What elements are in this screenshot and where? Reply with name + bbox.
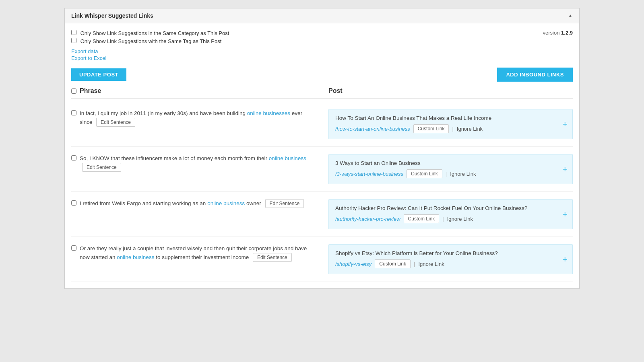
post-card-3: Shopify vs Etsy: Which Platform is Bette… [328,244,573,274]
update-post-button[interactable]: UPDATE POST [71,68,126,81]
table-row: In fact, I quit my job in 2011 (in my ea… [71,102,573,147]
post-card-1: 3 Ways to Start an Online Business /3-wa… [328,154,573,184]
export-excel-link[interactable]: Export to Excel [71,55,229,61]
post-column-header: Post [322,87,573,95]
ignore-link-button-0[interactable]: Ignore Link [457,126,483,132]
table-row: So, I KNOW that these influencers make a… [71,147,573,192]
edit-sentence-button-0[interactable]: Edit Sentence [96,118,135,127]
phrase-cell: So, I KNOW that these influencers make a… [71,154,322,172]
phrase-cell: In fact, I quit my job in 2011 (in my ea… [71,109,322,127]
row-checkbox-2[interactable] [71,200,76,206]
phrase-link-2: online business [207,200,245,206]
phrase-link-3: online business [117,254,154,260]
post-title-1: 3 Ways to Start an Online Business [335,160,566,166]
table-row: I retired from Wells Fargo and starting … [71,192,573,237]
phrase-column-header: Phrase [71,87,322,95]
phrase-text-2: I retired from Wells Fargo and starting … [80,199,304,208]
phrase-text-1: So, I KNOW that these influencers make a… [80,154,314,172]
edit-sentence-button-2[interactable]: Edit Sentence [265,199,304,208]
link-whisper-widget: Link Whisper Suggested Links ▲ Only Show… [64,8,580,289]
post-card-row-0: /how-to-start-an-online-business Custom … [335,124,566,133]
select-all-checkbox[interactable] [71,88,76,94]
table-header: Phrase Post [71,87,573,99]
widget-body: Only Show Link Suggestions in the Same C… [65,23,579,288]
edit-sentence-button-3[interactable]: Edit Sentence [253,253,292,262]
custom-link-button-1[interactable]: Custom Link [407,169,442,178]
table-row: Or are they really just a couple that in… [71,237,573,282]
phrase-cell: Or are they really just a couple that in… [71,244,322,262]
edit-sentence-button-1[interactable]: Edit Sentence [82,163,121,172]
ignore-link-button-1[interactable]: Ignore Link [450,171,476,177]
row-checkbox-1[interactable] [71,155,76,160]
widget-title: Link Whisper Suggested Links [71,12,153,19]
post-url-3[interactable]: /shopify-vs-etsy [335,261,372,267]
widget-header: Link Whisper Suggested Links ▲ [65,8,579,23]
export-links: Export data Export to Excel [71,48,229,61]
same-category-option[interactable]: Only Show Link Suggestions in the Same C… [71,30,229,36]
post-cell: Shopify vs Etsy: Which Platform is Bette… [322,244,573,274]
ignore-link-button-2[interactable]: Ignore Link [447,216,473,222]
export-data-link[interactable]: Export data [71,48,229,54]
post-card-row-3: /shopify-vs-etsy Custom Link | Ignore Li… [335,259,566,268]
post-url-2[interactable]: /authority-hacker-pro-review [335,216,400,222]
ignore-link-button-3[interactable]: Ignore Link [418,261,444,267]
phrase-link-0: online businesses [247,110,290,116]
same-tag-option[interactable]: Only Show Link Suggestions with the Same… [71,38,229,44]
plus-button-3[interactable]: + [562,255,568,264]
add-inbound-links-button[interactable]: ADD INBOUND LINKS [497,68,573,82]
custom-link-button-3[interactable]: Custom Link [375,259,411,268]
plus-button-2[interactable]: + [562,210,568,219]
options-checkboxes: Only Show Link Suggestions in the Same C… [71,30,229,62]
phrase-text-3: Or are they really just a couple that in… [80,244,314,262]
phrase-text-0: In fact, I quit my job in 2011 (in my ea… [80,109,314,127]
post-cell: 3 Ways to Start an Online Business /3-wa… [322,154,573,184]
custom-link-button-0[interactable]: Custom Link [413,124,449,133]
same-category-checkbox[interactable] [71,30,76,35]
post-cell: Authority Hacker Pro Review: Can It Put … [322,199,573,229]
post-url-0[interactable]: /how-to-start-an-online-business [335,126,410,132]
action-bar: UPDATE POST ADD INBOUND LINKS [71,68,573,82]
collapse-icon[interactable]: ▲ [568,13,573,19]
suggestions-list: In fact, I quit my job in 2011 (in my ea… [71,102,573,282]
post-url-1[interactable]: /3-ways-start-online-business [335,171,403,177]
separator-3: | [414,261,415,267]
post-title-2: Authority Hacker Pro Review: Can It Put … [335,205,566,211]
separator-1: | [446,171,447,177]
version-info: version 1.2.9 [543,30,573,36]
plus-button-1[interactable]: + [562,165,568,174]
same-tag-checkbox[interactable] [71,38,76,43]
row-checkbox-3[interactable] [71,245,76,251]
post-card-row-1: /3-ways-start-online-business Custom Lin… [335,169,566,178]
options-row: Only Show Link Suggestions in the Same C… [71,30,573,62]
post-card-row-2: /authority-hacker-pro-review Custom Link… [335,214,566,223]
phrase-link-1: online business [269,155,306,161]
separator-0: | [452,126,453,132]
row-checkbox-0[interactable] [71,110,76,115]
plus-button-0[interactable]: + [562,120,568,129]
phrase-cell: I retired from Wells Fargo and starting … [71,199,322,208]
post-card-0: How To Start An Online Business That Mak… [328,109,573,139]
custom-link-button-2[interactable]: Custom Link [404,214,440,223]
post-cell: How To Start An Online Business That Mak… [322,109,573,139]
post-card-2: Authority Hacker Pro Review: Can It Put … [328,199,573,229]
post-title-3: Shopify vs Etsy: Which Platform is Bette… [335,250,566,256]
separator-2: | [442,216,444,222]
post-title-0: How To Start An Online Business That Mak… [335,115,566,121]
